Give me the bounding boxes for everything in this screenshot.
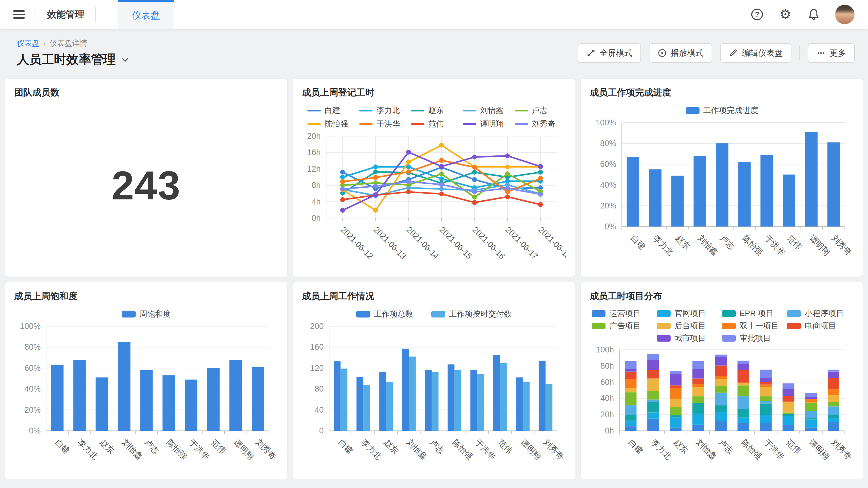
panel-hours-line: 成员上周登记工时 白建李力北赵东刘怡鑫卢志陈怡强于洪华范伟谭明翔刘秀奇 0h4h… — [293, 78, 575, 277]
svg-text:80%: 80% — [24, 343, 41, 352]
svg-text:40%: 40% — [24, 384, 41, 393]
legend-swatch — [657, 310, 671, 317]
svg-text:于洪华: 于洪华 — [473, 438, 497, 461]
svg-text:20%: 20% — [24, 405, 41, 415]
play-mode-button[interactable]: 播放模式 — [649, 43, 712, 63]
legend-swatch — [356, 311, 370, 318]
svg-text:刘秀奇: 刘秀奇 — [830, 438, 853, 461]
legend-label: 卢志 — [532, 105, 548, 116]
legend-label: 赵东 — [428, 105, 444, 116]
legend-item-刘秀奇[interactable]: 刘秀奇 — [515, 119, 561, 129]
svg-text:2021-06-13: 2021-06-13 — [372, 225, 408, 261]
menu-icon[interactable] — [13, 10, 25, 19]
panel-grid: 团队成员数 243 成员上周登记工时 白建李力北赵东刘怡鑫卢志陈怡强于洪华范伟谭… — [0, 78, 868, 479]
legend-item-城市项目[interactable]: 城市项目 — [657, 333, 722, 344]
legend-item-电商项目[interactable]: 电商项目 — [787, 321, 852, 331]
svg-text:范伟: 范伟 — [496, 438, 514, 455]
legend-item-审批项目[interactable]: 审批项目 — [722, 333, 787, 344]
legend-swatch — [307, 123, 321, 125]
breadcrumb-separator: › — [43, 38, 46, 48]
legend-swatch — [411, 123, 424, 125]
svg-text:0%: 0% — [604, 222, 616, 231]
svg-text:赵东: 赵东 — [98, 438, 116, 455]
svg-text:赵东: 赵东 — [382, 438, 400, 455]
panel-title: 成员上周饱和度 — [14, 290, 278, 302]
legend-label: 谭明翔 — [480, 119, 504, 129]
chevron-down-icon[interactable] — [121, 55, 130, 64]
svg-text:卢志: 卢志 — [143, 438, 161, 455]
saturation-legend: 周饱和度 — [14, 307, 278, 321]
workitems-chart: 04080120160200白建李力北赵东刘怡鑫卢志陈怡强于洪华范伟谭明翔刘秀奇 — [302, 321, 566, 474]
svg-text:2021-06-15: 2021-06-15 — [438, 225, 474, 261]
legend-item-于洪华[interactable]: 于洪华 — [359, 119, 405, 129]
legend-item-运营项目[interactable]: 运营项目 — [592, 308, 657, 319]
legend-label: 广告项目 — [610, 321, 641, 331]
svg-text:赵东: 赵东 — [672, 438, 690, 455]
legend-item-广告项目[interactable]: 广告项目 — [592, 321, 657, 331]
legend-item-EPR 项目[interactable]: EPR 项目 — [722, 308, 787, 319]
breadcrumb-dashboard-link[interactable]: 仪表盘 — [17, 38, 39, 48]
svg-text:40h: 40h — [600, 394, 614, 403]
tab-dashboard[interactable]: 仪表盘 — [118, 0, 174, 29]
legend-swatch — [787, 323, 801, 329]
legend-item-周饱和度[interactable]: 周饱和度 — [122, 309, 171, 319]
svg-text:刘怡鑫: 刘怡鑫 — [405, 438, 429, 461]
svg-text:谭明翔: 谭明翔 — [519, 438, 542, 461]
legend-swatch — [657, 323, 671, 329]
svg-text:卢志: 卢志 — [717, 438, 735, 455]
more-button[interactable]: 更多 — [808, 43, 855, 63]
legend-label: 后台项目 — [675, 321, 706, 331]
progress-chart: 0%20%40%60%80%100%白建李力北赵东刘怡鑫卢志陈怡强于洪华范伟谭明… — [590, 117, 854, 272]
legend-swatch — [722, 335, 736, 341]
panel-saturation: 成员上周饱和度 周饱和度 0%20%40%60%80%100%白建李力北赵东刘怡… — [5, 282, 287, 479]
legend-label: 陈怡强 — [324, 119, 348, 129]
legend-item-小程序项目[interactable]: 小程序项目 — [787, 308, 852, 319]
progress-canvas: 0%20%40%60%80%100%白建李力北赵东刘怡鑫卢志陈怡强于洪华范伟谭明… — [590, 117, 854, 272]
legend-swatch — [122, 311, 135, 318]
pencil-icon — [729, 48, 738, 58]
more-icon — [816, 48, 826, 58]
distribution-legend: 运营项目官网项目EPR 项目小程序项目广告项目后台项目双十一项目电商项目城市项目… — [590, 307, 854, 344]
gear-icon[interactable]: ⚙ — [778, 7, 793, 22]
legend-item-白建[interactable]: 白建 — [307, 105, 353, 116]
legend-item-工作项完成进度[interactable]: 工作项完成进度 — [686, 105, 758, 116]
svg-text:12h: 12h — [307, 164, 321, 173]
legend-item-陈怡强[interactable]: 陈怡强 — [307, 119, 353, 129]
svg-text:范伟: 范伟 — [785, 438, 803, 455]
legend-swatch — [463, 123, 476, 125]
svg-text:李力北: 李力北 — [76, 438, 99, 461]
legend-item-双十一项目[interactable]: 双十一项目 — [722, 321, 787, 331]
saturation-canvas: 0%20%40%60%80%100%白建李力北赵东刘怡鑫卢志陈怡强于洪华范伟谭明… — [14, 321, 278, 474]
fullscreen-button[interactable]: 全屏模式 — [578, 43, 641, 63]
svg-text:0%: 0% — [29, 426, 41, 435]
bell-icon[interactable] — [807, 7, 821, 22]
legend-item-工作项总数[interactable]: 工作项总数 — [356, 309, 413, 319]
avatar[interactable] — [835, 4, 855, 24]
legend-item-谭明翔[interactable]: 谭明翔 — [463, 119, 509, 129]
svg-text:李力北: 李力北 — [650, 438, 673, 461]
svg-text:陈怡强: 陈怡强 — [165, 438, 189, 461]
svg-text:谭明翔: 谭明翔 — [807, 438, 831, 461]
legend-item-卢志[interactable]: 卢志 — [515, 105, 561, 116]
legend-item-官网项目[interactable]: 官网项目 — [657, 308, 722, 319]
legend-item-李力北[interactable]: 李力北 — [359, 105, 405, 116]
hours-line-canvas: 0h4h8h12h16h20h2021-06-122021-06-132021-… — [302, 131, 566, 272]
svg-text:80: 80 — [315, 384, 324, 393]
legend-item-赵东[interactable]: 赵东 — [411, 105, 457, 116]
header-actions: 全屏模式 播放模式 编辑仪表盘 更多 — [570, 43, 855, 63]
legend-item-工作项按时交付数[interactable]: 工作项按时交付数 — [431, 309, 512, 319]
legend-item-后台项目[interactable]: 后台项目 — [657, 321, 722, 331]
help-icon[interactable]: ? — [750, 7, 764, 22]
legend-swatch — [686, 107, 700, 114]
legend-swatch — [463, 110, 476, 111]
distribution-chart: 0h20h40h60h80h100h白建李力北赵东刘怡鑫卢志陈怡强于洪华范伟谭明… — [590, 344, 854, 474]
legend-label: 工作项完成进度 — [704, 105, 758, 116]
legend-swatch — [722, 323, 736, 329]
team-member-count: 243 — [112, 162, 181, 208]
svg-text:0h: 0h — [605, 426, 614, 435]
legend-item-范伟[interactable]: 范伟 — [411, 119, 457, 129]
svg-text:卢志: 卢志 — [718, 233, 736, 251]
legend-item-刘怡鑫[interactable]: 刘怡鑫 — [463, 105, 509, 116]
edit-dashboard-button[interactable]: 编辑仪表盘 — [720, 43, 792, 63]
topbar-right: ? ⚙ — [750, 4, 868, 24]
